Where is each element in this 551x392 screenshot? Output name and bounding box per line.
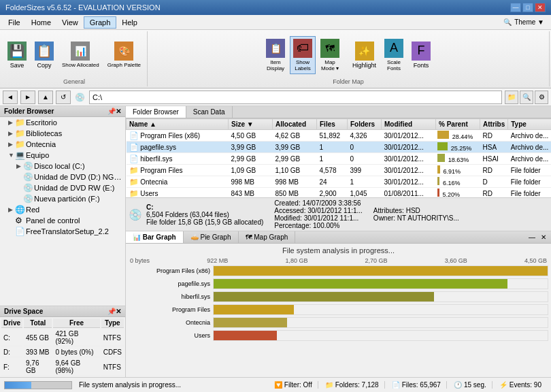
address-input[interactable] [89,91,502,104]
files-icon: 📄 [392,381,400,389]
th-modified[interactable]: Modified [382,119,436,130]
bar-chart-row: Users [129,330,548,341]
cell-modified: 30/01/2012... [382,130,436,142]
events-icon: ⚡ [499,381,507,389]
tree-item-escritorio[interactable]: ▶ 📁 Escritorio [0,117,125,128]
save-button[interactable]: 💾 Save [4,39,30,71]
menu-help[interactable]: Help [116,17,143,28]
bar-chart-row: Program Files (x86) [129,265,548,276]
th-type[interactable]: Type [508,119,551,130]
refresh-button[interactable]: ↺ [56,91,71,104]
th-allocated[interactable]: Allocated [273,119,317,130]
cell-size: 1,09 GB [229,165,273,176]
back-button[interactable]: ◄ [3,91,18,104]
copy-button[interactable]: 📋 Copy [31,39,57,71]
show-allocated-button[interactable]: 📊 Show Allocated [59,39,103,71]
forward-button[interactable]: ► [20,91,35,104]
folder-tree: ▶ 📁 Escritorio ▶ 📁 Bibliotecas ▶ 📁 Ontec… [0,117,125,306]
toolbar-btn-1[interactable]: 📁 [505,91,518,104]
file-row[interactable]: 📁 Program Files 1,09 GB 1,10 GB 4,578 39… [127,165,552,176]
maximize-button[interactable]: □ [522,3,533,12]
graph-controls: — ✕ [527,233,548,242]
tree-item-disco-c[interactable]: ▶ 💿 Disco local (C:) [0,161,125,172]
scale-label: ScaleFonts [387,59,401,71]
file-row[interactable]: 📄 Program Files (x86) 4,50 GB 4,62 GB 51… [127,130,552,142]
folder-browser-pin[interactable]: 📌✕ [107,108,121,115]
cell-size: 843 MB [229,188,273,198]
file-row[interactable]: 📄 pagefile.sys 3,99 GB 3,99 GB 1 0 30/01… [127,142,552,153]
bar-outer [213,317,548,328]
folder-icon: 📁 [15,140,24,149]
cell-type: Archivo de... [508,130,551,142]
th-pct-parent[interactable]: % Parent [436,119,480,130]
th-name[interactable]: Name ▲ [127,119,229,130]
menu-bar: File Home View Graph Help 🔍 Theme ▼ [0,15,551,30]
bar-fill [214,305,294,314]
copy-icon: 📋 [35,42,54,61]
events-status: ⚡ Events: 90 [499,381,547,389]
drive-icon: 💿 [23,183,33,193]
bar-label: Users [129,332,210,339]
file-row[interactable]: 📄 hiberfil.sys 2,99 GB 2,99 GB 1 0 30/01… [127,153,552,165]
graph-close[interactable]: ✕ [539,233,548,242]
highlight-button[interactable]: ✨ Highlight [349,39,380,71]
scan-data-tab[interactable]: Scan Data [186,106,233,118]
drive-row-f[interactable]: F: 9,76 GB 9,64 GB (98%) NTFS [1,359,124,376]
up-button[interactable]: ▲ [38,91,53,104]
tab-bar-graph[interactable]: 📊 Bar Graph [126,231,184,243]
save-label: Save [10,62,24,69]
cell-type: File folder [508,188,551,198]
tree-item-particion-f[interactable]: 💿 Nueva partición (F:) [0,193,125,204]
bar-outer [213,265,548,276]
toolbar-btn-2[interactable]: 🔍 [520,91,533,104]
bar-graph-label: Bar Graph [143,233,176,241]
graph-minimize[interactable]: — [527,233,537,242]
detail-modified: Modified: 30/01/2012 11:1... [274,214,363,222]
drive-space-controls[interactable]: 📌✕ [107,308,121,315]
map-mode-button[interactable]: 🗺 MapMode ▾ [317,36,343,74]
graph-palette-button[interactable]: 🎨 Graph Palette [104,39,144,71]
th-size[interactable]: Size ▼ [229,119,273,130]
tree-item-dvd-e[interactable]: 💿 Unidad de DVD RW (E:) [0,182,125,193]
th-folders[interactable]: Folders [348,119,382,130]
tree-item-equipo[interactable]: ▼ 💻 Equipo [0,150,125,161]
tree-item-ontecnia[interactable]: ▶ 📁 Ontecnia [0,139,125,150]
menu-view[interactable]: View [56,17,84,28]
graph-palette-label: Graph Palette [107,62,141,68]
scale-fonts-button[interactable]: A ScaleFonts [381,36,407,74]
tree-item-red[interactable]: ▶ 🌐 Red [0,204,125,215]
drive-row-c[interactable]: C: 455 GB 421 GB (92%) NTFS [1,329,124,346]
item-display-button[interactable]: 📋 ItemDisplay [263,36,288,74]
cell-files: 51,892 [317,130,348,142]
axis-2: 1,80 GB [285,257,307,264]
tree-item-bibliotecas[interactable]: ▶ 📁 Bibliotecas [0,128,125,139]
file-scroll[interactable]: Name ▲ Size ▼ Allocated Files Folders Mo… [126,118,551,197]
detail-left: C: 6,504 Folders (63,044 files) File fol… [146,203,263,226]
folder-browser-tab[interactable]: Folder Browser [126,106,186,118]
detail-path: C: [146,203,263,211]
file-row[interactable]: 📁 Users 843 MB 850 MB 2,900 1,045 01/08/… [127,188,552,198]
file-row[interactable]: 📁 Ontecnia 998 MB 998 MB 24 1 30/01/2012… [127,176,552,188]
tab-pie-graph[interactable]: 🥧 Pie Graph [184,231,239,243]
fonts-button[interactable]: F Fonts [408,39,434,71]
drive-table: Drive Total Free Type C: 455 GB 421 GB (… [0,317,125,377]
graph-tabs-header: 📊 Bar Graph 🥧 Pie Graph 🗺 Map Graph — ✕ [126,231,551,244]
minimize-button[interactable]: — [510,3,521,12]
right-toolbar: 📁 🔍 ⚙ [505,91,548,104]
tree-item-free-translator[interactable]: 📄 FreeTranslatorSetup_2.2 [0,226,125,237]
show-allocated-label: Show Allocated [62,62,99,68]
th-files[interactable]: Files [317,119,348,130]
tree-item-dvd-d[interactable]: 💿 Unidad de DVD (D:) NGH14.0 [0,172,125,182]
close-button[interactable]: ✕ [535,3,546,12]
tab-map-graph[interactable]: 🗺 Map Graph [239,231,296,243]
drive-d-total: 393 MB [24,348,52,357]
drive-row-d[interactable]: D: 393 MB 0 bytes (0%) CDFS [1,348,124,357]
menu-file[interactable]: File [3,17,26,28]
tree-item-panel-control[interactable]: ⚙ Panel de control [0,215,125,226]
menu-home[interactable]: Home [26,17,56,28]
cell-modified: 01/08/2011... [382,188,436,198]
th-attribs[interactable]: Attribs [480,119,508,130]
toolbar-btn-3[interactable]: ⚙ [535,91,548,104]
menu-graph[interactable]: Graph [84,16,117,29]
show-labels-button[interactable]: 🏷 ShowLabels [290,36,316,74]
